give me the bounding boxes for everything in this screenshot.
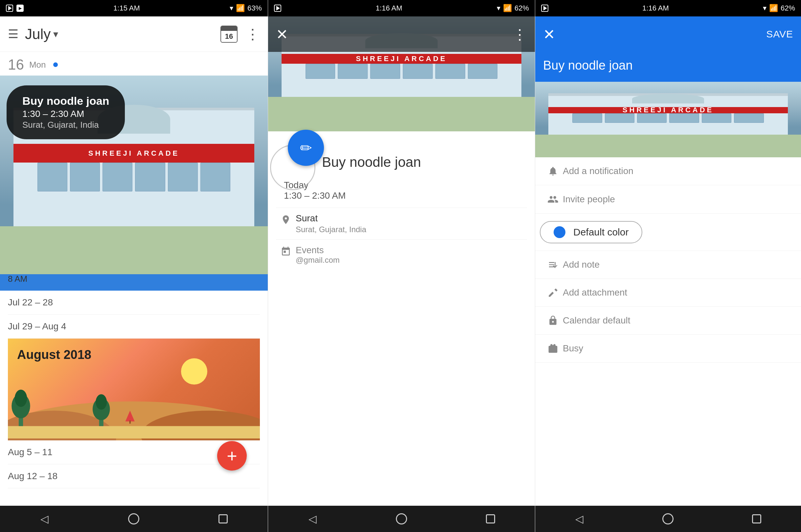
location-row[interactable]: Surat Surat, Gujarat, India — [276, 208, 527, 240]
add-notification-row[interactable]: Add a notification — [535, 157, 801, 185]
toolbar-icons: 16 ⋮ — [219, 24, 260, 44]
week-label: Aug 12 – 18 — [8, 471, 57, 481]
august-card[interactable]: August 2018 — [8, 339, 260, 440]
wifi-icon-1: ▾ — [230, 4, 233, 13]
busy-icon — [543, 343, 563, 354]
overflow-menu-icon-1[interactable]: ⋮ — [245, 25, 260, 42]
window — [370, 64, 400, 79]
window — [37, 163, 67, 191]
close-button-3[interactable]: ✕ — [543, 26, 555, 43]
back-button-2[interactable]: ◁ — [303, 509, 322, 529]
event-bubble[interactable]: Buy noodle joan 1:30 – 2:30 AM Surat, Gu… — [6, 86, 125, 139]
signal-icon-2: 📶 — [503, 4, 512, 13]
android-icon: ▶ — [16, 5, 24, 12]
month-title-row[interactable]: July ▾ — [25, 26, 212, 42]
window — [435, 64, 465, 79]
calendar-default-label: Calendar default — [563, 315, 793, 326]
status-time-3: 1:16 AM — [642, 4, 669, 13]
status-right-3: ▾ 📶 62% — [763, 4, 795, 13]
status-right-2: ▾ 📶 62% — [497, 4, 529, 13]
play-tri-3 — [543, 6, 547, 11]
week-label: Jul 22 – 28 — [8, 297, 53, 308]
edit-event-title-area[interactable]: Buy noodle joan — [535, 52, 801, 82]
window — [403, 64, 433, 79]
building-sign-2: SHREEJI ARCADE — [282, 54, 522, 64]
color-label: Default color — [573, 227, 629, 238]
window — [702, 113, 731, 123]
edit-toolbar: ✕ SAVE — [535, 16, 801, 52]
blue-event-bar — [0, 274, 268, 291]
busy-row[interactable]: Busy — [535, 335, 801, 363]
today-button[interactable]: 16 — [219, 24, 239, 44]
status-time-1: 1:15 AM — [113, 4, 140, 13]
overflow-menu-icon-2[interactable]: ⋮ — [513, 26, 527, 43]
event-time-range: 1:30 – 2:30 AM — [284, 190, 527, 201]
week-row[interactable]: Aug 5 – 11 + — [8, 440, 260, 464]
calendar-row[interactable]: Events @gmail.com — [276, 240, 527, 270]
event-detail-content: Buy noodle joan Today 1:30 – 2:30 AM Sur… — [268, 131, 535, 506]
window — [103, 163, 132, 191]
recents-icon-2 — [486, 514, 495, 524]
date-label: Mon — [29, 60, 46, 70]
event-time-row: Today 1:30 – 2:30 AM — [276, 177, 527, 208]
hamburger-icon[interactable]: ☰ — [8, 27, 18, 41]
svg-point-9 — [96, 394, 107, 410]
location-sub: Surat, Gujarat, India — [296, 225, 527, 234]
wifi-icon-2: ▾ — [497, 4, 500, 13]
add-note-row[interactable]: Add note — [535, 251, 801, 279]
location-main: Surat — [296, 213, 527, 224]
close-button-2[interactable]: ✕ — [276, 26, 288, 43]
building-windows-1 — [37, 163, 230, 191]
building-windows-2 — [305, 64, 498, 79]
calendar-text: Events @gmail.com — [296, 245, 527, 265]
event-bubble-location: Surat, Gujarat, India — [22, 120, 109, 130]
recents-button-3[interactable] — [747, 509, 766, 529]
home-icon-1 — [128, 513, 139, 525]
home-icon-2 — [396, 513, 407, 525]
add-attachment-row[interactable]: Add attachment — [535, 279, 801, 307]
calendar-content: SHREEJI ARCADE Buy noodle joan 1:30 – 2:… — [0, 76, 268, 291]
pencil-icon: ✏ — [300, 139, 312, 156]
default-color-row[interactable]: Default color — [535, 214, 801, 251]
landscape-illustration — [8, 375, 260, 440]
date-number: 16 — [8, 56, 24, 73]
play-icon-3 — [541, 5, 548, 12]
home-button-2[interactable] — [392, 509, 411, 529]
road-3 — [535, 135, 801, 157]
save-button[interactable]: SAVE — [766, 28, 793, 40]
status-right-1: ▾ 📶 63% — [230, 4, 262, 13]
wifi-icon-3: ▾ — [763, 4, 766, 13]
calendar-default-row[interactable]: Calendar default — [535, 307, 801, 335]
home-button-1[interactable] — [124, 509, 144, 529]
invite-people-row[interactable]: Invite people — [535, 185, 801, 214]
status-left-3 — [541, 5, 548, 12]
calendar-icon-box: 16 — [221, 25, 238, 43]
battery-2: 62% — [515, 4, 529, 13]
window — [135, 163, 165, 191]
back-button-3[interactable]: ◁ — [570, 509, 590, 529]
recents-icon-1 — [219, 514, 228, 524]
note-icon — [543, 260, 563, 270]
recents-button-2[interactable] — [481, 509, 500, 529]
add-event-fab[interactable]: + — [217, 441, 247, 471]
event-bubble-time: 1:30 – 2:30 AM — [22, 109, 109, 119]
building-sign-1: SHREEJI ARCADE — [14, 144, 255, 162]
color-oval-highlight: Default color — [540, 221, 642, 243]
calendar-label: Events — [296, 245, 527, 255]
home-button-3[interactable] — [658, 509, 678, 529]
recents-button-1[interactable] — [213, 509, 233, 529]
edit-event-button[interactable]: ✏ — [288, 130, 324, 166]
battery-3: 62% — [781, 4, 795, 13]
status-bar-3: 1:16 AM ▾ 📶 62% — [535, 0, 801, 16]
add-notification-label: Add a notification — [563, 166, 793, 176]
status-left-2 — [274, 5, 281, 12]
back-button-1[interactable]: ◁ — [35, 509, 55, 529]
signal-icon-1: 📶 — [236, 4, 245, 13]
week-row[interactable]: Aug 12 – 18 — [8, 464, 260, 488]
edit-event-photo: SHREEJI ARCADE — [535, 82, 801, 157]
back-icon-2: ◁ — [309, 513, 317, 525]
add-attachment-label: Add attachment — [563, 287, 793, 298]
location-icon — [276, 213, 296, 225]
week-row[interactable]: Jul 22 – 28 — [8, 291, 260, 315]
week-row[interactable]: Jul 29 – Aug 4 — [8, 315, 260, 339]
